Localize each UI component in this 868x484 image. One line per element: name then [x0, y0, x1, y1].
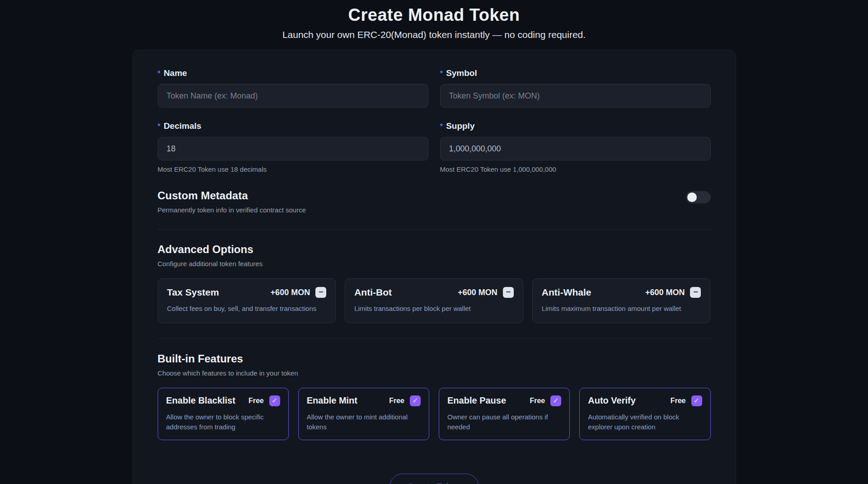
custom-metadata-title: Custom Metadata [158, 189, 306, 202]
card-head: Auto Verify Free ✓ [588, 395, 702, 406]
card-head: Anti-Whale +600 MON − [542, 287, 701, 298]
feature-card-description: Owner can pause all operations if needed [447, 412, 561, 432]
feature-card-description: Allow the owner to block specific addres… [166, 412, 280, 432]
minus-icon: − [693, 288, 698, 296]
anti-bot-checkbox[interactable]: − [503, 287, 514, 298]
advanced-card-price: +600 MON [645, 288, 685, 297]
card-head-right: +600 MON − [271, 287, 327, 298]
feature-card-price: Free [530, 397, 545, 405]
card-head: Enable Pause Free ✓ [447, 395, 561, 406]
page-header: Create Monad Token Launch your own ERC-2… [0, 0, 868, 40]
check-icon: ✓ [272, 397, 277, 404]
advanced-card-description: Limits maximum transaction amount per wa… [542, 304, 701, 314]
token-form-card: * Name * Symbol * Decimals Most ERC20 To… [132, 50, 736, 484]
decimals-helper-text: Most ERC20 Token use 18 decimals [158, 165, 428, 173]
feature-card-name: Enable Blacklist [166, 395, 235, 406]
feature-card-description: Allow the owner to mint additional token… [307, 412, 421, 432]
card-head: Anti-Bot +600 MON − [354, 287, 514, 298]
custom-metadata-section: Custom Metadata Permanently token info i… [158, 189, 711, 214]
minus-icon: − [319, 288, 324, 296]
feature-card-enable-pause[interactable]: Enable Pause Free ✓ Owner can pause all … [439, 388, 570, 441]
card-head-right: Free ✓ [530, 395, 561, 406]
section-divider [158, 229, 711, 230]
auto-verify-checkbox[interactable]: ✓ [691, 395, 702, 406]
advanced-card-name: Tax System [167, 287, 219, 298]
section-divider [158, 338, 711, 339]
anti-whale-checkbox[interactable]: − [690, 287, 701, 298]
card-head: Enable Mint Free ✓ [307, 395, 421, 406]
tax-system-checkbox[interactable]: − [315, 287, 326, 298]
minus-icon: − [506, 288, 511, 296]
advanced-options-grid: Tax System +600 MON − Collect fees on bu… [158, 278, 711, 323]
field-supply: * Supply Most ERC20 Token use 1,000,000,… [440, 121, 711, 173]
built-in-features-grid: Enable Blacklist Free ✓ Allow the owner … [158, 388, 711, 441]
field-symbol-label: * Symbol [440, 68, 711, 78]
feature-card-enable-blacklist[interactable]: Enable Blacklist Free ✓ Allow the owner … [158, 388, 289, 441]
supply-input[interactable] [440, 137, 711, 160]
field-label-text: Decimals [164, 121, 201, 131]
toggle-knob [687, 193, 697, 202]
card-head-right: Free ✓ [249, 395, 280, 406]
card-head-right: Free ✓ [671, 395, 702, 406]
feature-card-name: Enable Mint [307, 395, 357, 406]
custom-metadata-toggle[interactable] [686, 191, 711, 203]
advanced-card-anti-whale[interactable]: Anti-Whale +600 MON − Limits maximum tra… [532, 278, 711, 323]
card-head: Tax System +600 MON − [167, 287, 327, 298]
required-asterisk: * [440, 69, 443, 78]
advanced-card-anti-bot[interactable]: Anti-Bot +600 MON − Limits transactions … [345, 278, 523, 323]
name-input[interactable] [158, 84, 428, 108]
page-subtitle: Launch your own ERC-20(Monad) token inst… [0, 29, 868, 40]
card-head-right: +600 MON − [458, 287, 514, 298]
form-grid: * Name * Symbol * Decimals Most ERC20 To… [158, 68, 711, 173]
create-token-button[interactable]: Create Token [389, 474, 479, 484]
field-label-text: Symbol [446, 68, 477, 78]
check-icon: ✓ [553, 397, 559, 404]
feature-card-description: Automatically verified on block explorer… [588, 412, 702, 432]
feature-card-enable-mint[interactable]: Enable Mint Free ✓ Allow the owner to mi… [298, 388, 429, 441]
card-head: Enable Blacklist Free ✓ [166, 395, 280, 406]
enable-mint-checkbox[interactable]: ✓ [410, 395, 421, 406]
built-in-features-subtitle: Choose which features to include in your… [158, 369, 711, 377]
card-head-right: Free ✓ [389, 395, 421, 406]
custom-metadata-description: Permanently token info in verified contr… [158, 206, 306, 214]
feature-card-price: Free [249, 397, 264, 405]
symbol-input[interactable] [440, 84, 711, 108]
field-name-label: * Name [158, 68, 428, 78]
custom-metadata-text: Custom Metadata Permanently token info i… [158, 189, 306, 214]
required-asterisk: * [440, 122, 443, 131]
built-in-features-section: Built-in Features Choose which features … [158, 352, 711, 441]
card-head-right: +600 MON − [645, 287, 701, 298]
advanced-card-price: +600 MON [458, 288, 497, 297]
built-in-features-title: Built-in Features [158, 352, 711, 365]
decimals-input[interactable] [158, 137, 428, 160]
advanced-card-name: Anti-Bot [354, 287, 392, 298]
feature-card-price: Free [389, 397, 404, 405]
advanced-card-tax-system[interactable]: Tax System +600 MON − Collect fees on bu… [158, 278, 336, 323]
feature-card-name: Enable Pause [447, 395, 506, 406]
page-title: Create Monad Token [0, 5, 868, 25]
field-name: * Name [158, 68, 428, 108]
advanced-card-name: Anti-Whale [542, 287, 591, 298]
field-label-text: Supply [446, 121, 474, 131]
feature-card-auto-verify[interactable]: Auto Verify Free ✓ Automatically verifie… [579, 388, 710, 441]
field-decimals: * Decimals Most ERC20 Token use 18 decim… [158, 121, 428, 173]
check-icon: ✓ [694, 397, 699, 404]
advanced-options-section: Advanced Options Configure additional to… [158, 243, 711, 323]
field-symbol: * Symbol [440, 68, 711, 108]
advanced-card-description: Collect fees on buy, sell, and transfer … [167, 304, 327, 314]
field-decimals-label: * Decimals [158, 121, 428, 131]
advanced-card-price: +600 MON [271, 288, 310, 297]
enable-pause-checkbox[interactable]: ✓ [550, 395, 561, 406]
advanced-options-title: Advanced Options [158, 243, 711, 256]
enable-blacklist-checkbox[interactable]: ✓ [269, 395, 280, 406]
check-icon: ✓ [412, 397, 418, 404]
form-footer: Create Token Service Fees: 1000 MON [158, 474, 711, 484]
supply-helper-text: Most ERC20 Token use 1,000,000,000 [440, 165, 711, 173]
advanced-options-subtitle: Configure additional token features [158, 260, 711, 268]
field-label-text: Name [164, 68, 187, 78]
feature-card-name: Auto Verify [588, 395, 636, 406]
field-supply-label: * Supply [440, 121, 711, 131]
required-asterisk: * [158, 122, 161, 131]
required-asterisk: * [158, 69, 161, 78]
advanced-card-description: Limits transactions per block per wallet [354, 304, 514, 314]
